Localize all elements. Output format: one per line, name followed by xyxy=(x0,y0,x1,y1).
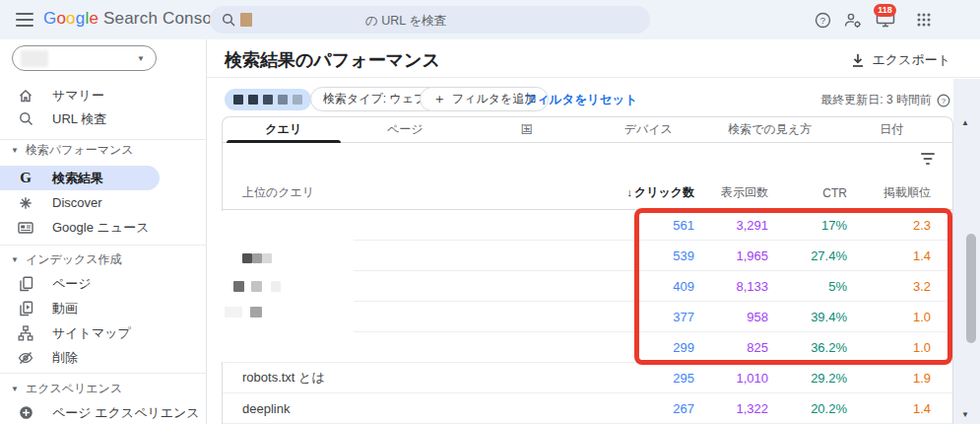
sidebar-item-google-news[interactable]: Google ニュース xyxy=(0,215,207,240)
redacted-block xyxy=(278,95,288,105)
tab-search-appearance[interactable]: 検索での見え方 xyxy=(709,117,831,142)
ctr-value: 5% xyxy=(768,279,847,294)
table-header-row: 上位のクエリ ↓クリック数 表示回数 CTR 掲載順位 xyxy=(223,177,952,210)
clicks-value: 377 xyxy=(621,310,694,324)
position-value: 2.3 xyxy=(847,218,931,233)
apps-grid-icon[interactable] xyxy=(916,12,932,28)
position-column-header[interactable]: 掲載順位 xyxy=(847,184,931,201)
table-row[interactable]: robots.txt とは 295 1,010 29.2% 1.9 xyxy=(223,363,952,393)
sidebar-item-page-experience[interactable]: ページ エクスペリエンス xyxy=(0,400,207,424)
query-column-header[interactable]: 上位のクエリ xyxy=(223,184,621,201)
redacted-block xyxy=(263,95,273,105)
export-button[interactable]: エクスポート xyxy=(851,51,950,69)
clicks-value: 267 xyxy=(621,401,694,416)
dimension-tabs: クエリ ページ 国 デバイス 検索での見え方 日付 xyxy=(223,117,952,143)
position-value: 1.4 xyxy=(847,248,931,263)
sidebar-item-discover[interactable]: Discover xyxy=(0,190,207,215)
clicks-column-header[interactable]: ↓クリック数 xyxy=(621,184,694,201)
tab-pages[interactable]: ページ xyxy=(345,117,467,142)
triangle-down-icon: ▼ xyxy=(11,146,19,155)
redacted-property-name xyxy=(240,13,252,27)
impressions-value: 8,133 xyxy=(694,279,768,294)
clicks-value: 539 xyxy=(621,248,694,263)
discover-icon xyxy=(18,196,33,210)
position-value: 3.2 xyxy=(847,279,931,294)
query-cell: robots.txt とは xyxy=(223,369,621,387)
app-logo[interactable]: Google Search Console xyxy=(43,9,226,29)
chevron-down-icon: ▼ xyxy=(137,54,145,63)
impressions-value: 825 xyxy=(694,340,768,355)
redacted-query-block xyxy=(262,253,272,263)
sort-desc-icon: ↓ xyxy=(626,186,632,198)
redacted-block xyxy=(248,95,258,105)
sidebar-item-search-results[interactable]: G 検索結果 xyxy=(0,166,160,190)
property-selector[interactable]: ▼ xyxy=(12,45,157,71)
search-icon xyxy=(222,13,235,27)
redacted-query-block xyxy=(242,253,252,263)
tab-countries[interactable]: 国 xyxy=(466,117,588,142)
search-placeholder: の URL を検査 xyxy=(365,13,446,30)
sidebar-item-sitemaps[interactable]: サイトマップ xyxy=(0,320,207,345)
sidebar-item-pages[interactable]: ページ xyxy=(0,271,207,296)
top-bar: Google Search Console の URL を検査 ? 118 xyxy=(0,0,980,39)
scroll-down-icon[interactable]: ▼ xyxy=(961,410,969,419)
search-icon xyxy=(18,111,33,126)
manage-users-icon[interactable] xyxy=(844,12,862,29)
scrollbar-track[interactable]: ▲ ▼ xyxy=(953,79,980,424)
reset-filters-link[interactable]: フィルタをリセット xyxy=(524,92,637,108)
sidebar-item-video[interactable]: 動画 xyxy=(0,296,207,320)
scrollbar-thumb[interactable] xyxy=(966,234,976,343)
query-cell: deeplink xyxy=(223,401,621,416)
redacted-query-block xyxy=(225,307,242,318)
help-icon[interactable]: ? xyxy=(815,12,831,29)
sidebar-item-removals[interactable]: 削除 xyxy=(0,345,207,370)
svg-text:?: ? xyxy=(820,15,825,26)
impressions-value: 1,322 xyxy=(694,401,768,416)
redacted-query-block xyxy=(251,281,262,292)
ctr-value: 29.2% xyxy=(768,371,847,386)
section-indexing[interactable]: ▼ インデックス作成 xyxy=(0,251,207,267)
sidebar: ▼ サマリー URL 検査 ▼ 検索パフォーマンス G 検索結果 Discove… xyxy=(0,39,207,424)
hamburger-menu-icon[interactable] xyxy=(16,13,33,27)
position-value: 1.4 xyxy=(847,401,931,416)
tab-dates[interactable]: 日付 xyxy=(831,117,953,142)
impressions-column-header[interactable]: 表示回数 xyxy=(694,184,768,201)
page-title: 検索結果のパフォーマンス xyxy=(225,48,440,72)
tab-queries[interactable]: クエリ xyxy=(223,117,345,142)
google-g-icon: G xyxy=(18,170,33,186)
impressions-value: 1,010 xyxy=(694,371,768,386)
triangle-down-icon: ▼ xyxy=(11,385,19,393)
impressions-value: 3,291 xyxy=(694,218,768,233)
position-value: 1.0 xyxy=(847,310,931,324)
clicks-value: 299 xyxy=(621,340,694,355)
home-icon xyxy=(18,88,33,104)
tab-devices[interactable]: デバイス xyxy=(588,117,710,142)
sidebar-item-url-inspection[interactable]: URL 検査 xyxy=(0,106,207,131)
page-experience-icon xyxy=(18,405,33,420)
pages-icon xyxy=(18,276,33,292)
ctr-value: 17% xyxy=(768,218,847,233)
redacted-query-block xyxy=(250,307,262,318)
ctr-value: 36.2% xyxy=(768,340,847,355)
help-circle-icon[interactable]: ? xyxy=(937,94,950,107)
position-value: 1.0 xyxy=(847,340,931,355)
section-search-performance[interactable]: ▼ 検索パフォーマンス xyxy=(0,142,207,158)
notification-badge: 118 xyxy=(874,4,896,17)
clicks-value: 409 xyxy=(621,279,694,294)
divider xyxy=(0,139,207,140)
triangle-down-icon: ▼ xyxy=(11,255,19,264)
clicks-value: 295 xyxy=(621,371,694,386)
sidebar-item-summary[interactable]: サマリー xyxy=(0,83,207,107)
ctr-value: 27.4% xyxy=(768,248,847,263)
redacted-query-block xyxy=(252,253,262,263)
date-range-chip[interactable] xyxy=(225,89,311,110)
ctr-column-header[interactable]: CTR xyxy=(768,186,847,200)
plus-icon: ＋ xyxy=(432,91,446,108)
divider xyxy=(207,77,980,78)
section-experience[interactable]: ▼ エクスペリエンス xyxy=(0,381,207,396)
url-inspect-searchbox[interactable]: の URL を検査 xyxy=(210,6,650,34)
scroll-up-icon[interactable]: ▲ xyxy=(961,118,969,127)
filter-list-icon[interactable] xyxy=(921,153,935,166)
table-row[interactable]: deeplink 267 1,322 20.2% 1.4 xyxy=(223,393,952,424)
gsc-app: Google Search Console の URL を検査 ? 118 ▼ … xyxy=(0,0,980,424)
